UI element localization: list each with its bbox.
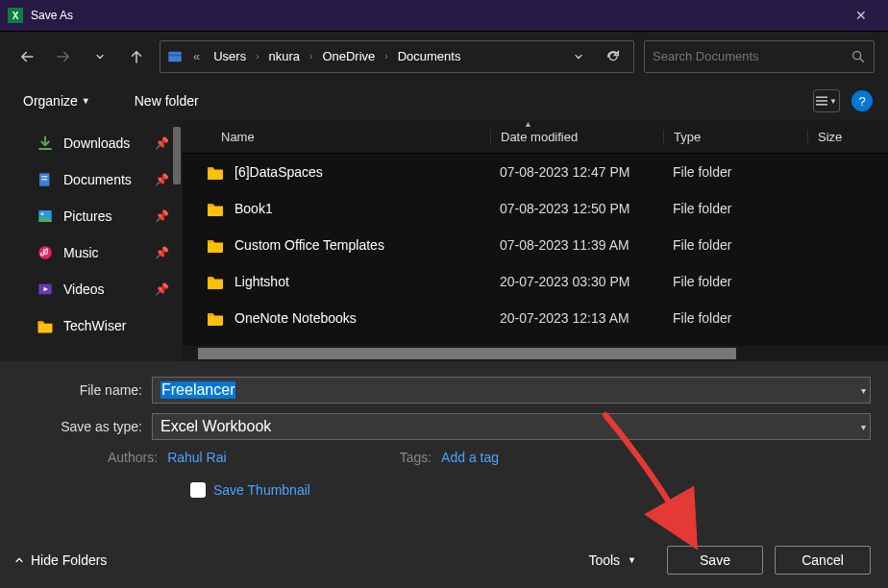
table-row[interactable]: Lightshot 20-07-2023 03:30 PM File folde… — [183, 263, 888, 300]
horizontal-scrollbar[interactable] — [183, 346, 888, 361]
caret-down-icon: ▼ — [82, 96, 90, 106]
recent-dropdown[interactable] — [86, 43, 113, 70]
save-type-label: Save as type: — [17, 419, 152, 434]
pin-icon: 📌 — [155, 136, 169, 150]
svg-point-2 — [853, 51, 861, 59]
authors-value[interactable]: Rahul Rai — [167, 450, 226, 465]
chevron-right-icon: › — [309, 51, 312, 61]
arrow-right-icon — [55, 48, 72, 65]
sidebar-item-documents[interactable]: Documents 📌 — [0, 161, 183, 198]
column-headers: ▲ Name Date modified Type Size — [183, 121, 888, 154]
chevron-up-icon — [13, 554, 25, 566]
file-name-input[interactable]: Freelancer ▾ — [152, 377, 871, 404]
scrollbar-thumb[interactable] — [198, 348, 736, 359]
svg-point-11 — [38, 246, 52, 259]
folder-icon — [206, 310, 225, 326]
sidebar-item-downloads[interactable]: Downloads 📌 — [0, 125, 183, 161]
search-box[interactable] — [644, 40, 875, 73]
title-bar: X Save As ✕ — [0, 0, 888, 31]
breadcrumb-item[interactable]: OneDrive — [318, 49, 379, 63]
folder-icon — [206, 274, 225, 289]
file-name-label: File name: — [17, 382, 152, 398]
pin-icon: 📌 — [155, 209, 169, 223]
pin-icon: 📌 — [155, 282, 169, 296]
hide-folders-button[interactable]: Hide Folders — [13, 552, 107, 568]
save-type-value: Excel Workbook — [160, 418, 271, 435]
save-thumbnail-checkbox[interactable] — [190, 482, 206, 498]
caret-down-icon: ▼ — [829, 97, 837, 106]
folder-icon — [166, 48, 184, 65]
dropdown-icon[interactable]: ▾ — [861, 385, 866, 396]
sidebar-scrollbar[interactable] — [173, 127, 181, 184]
svg-rect-1 — [168, 54, 182, 56]
tools-dropdown[interactable]: Tools ▼ — [588, 552, 636, 568]
file-rows: [6]DataSpaces 07-08-2023 12:47 PM File f… — [183, 154, 888, 346]
save-thumbnail-label: Save Thumbnail — [213, 482, 310, 498]
download-icon — [37, 135, 54, 152]
folder-icon — [206, 237, 225, 253]
save-panel: File name: Freelancer ▾ Save as type: Ex… — [0, 361, 888, 588]
tags-value[interactable]: Add a tag — [441, 450, 499, 465]
search-input[interactable] — [653, 49, 851, 63]
chevron-right-icon: › — [384, 51, 387, 61]
sidebar-item-techwiser[interactable]: TechWiser — [0, 307, 183, 344]
pin-icon: 📌 — [155, 173, 169, 186]
back-button[interactable] — [13, 43, 40, 70]
sidebar-item-music[interactable]: Music 📌 — [0, 234, 183, 271]
pictures-icon — [37, 208, 54, 225]
file-pane: ▲ Name Date modified Type Size [6]DataSp… — [183, 121, 888, 361]
refresh-icon — [605, 49, 621, 64]
authors-label: Authors: — [108, 450, 158, 465]
music-icon — [37, 244, 54, 261]
view-mode-button[interactable]: ▼ — [813, 89, 840, 112]
cancel-button[interactable]: Cancel — [775, 546, 871, 575]
folder-icon — [206, 201, 225, 216]
close-button[interactable]: ✕ — [842, 0, 880, 31]
videos-icon — [37, 281, 54, 298]
arrow-up-icon — [128, 48, 145, 65]
column-name[interactable]: Name — [183, 130, 490, 144]
breadcrumb-item[interactable]: nkura — [265, 49, 305, 63]
sidebar-item-videos[interactable]: Videos 📌 — [0, 271, 183, 307]
up-button[interactable] — [123, 43, 150, 70]
svg-rect-8 — [41, 179, 47, 180]
table-row[interactable]: Book1 07-08-2023 12:50 PM File folder — [183, 190, 888, 227]
table-row[interactable]: [6]DataSpaces 07-08-2023 12:47 PM File f… — [183, 154, 888, 190]
excel-icon: X — [8, 8, 23, 23]
column-date[interactable]: Date modified — [490, 130, 663, 144]
file-name-value: Freelancer — [160, 381, 235, 399]
save-thumbnail-row[interactable]: Save Thumbnail — [190, 482, 871, 498]
sidebar-label: Downloads — [63, 135, 130, 151]
new-folder-button[interactable]: New folder — [127, 89, 207, 112]
sidebar: Downloads 📌 Documents 📌 Pictures 📌 Music… — [0, 121, 183, 361]
search-icon — [851, 49, 866, 64]
document-icon — [37, 171, 54, 188]
svg-rect-0 — [168, 51, 182, 61]
save-button[interactable]: Save — [667, 546, 763, 575]
arrow-left-icon — [18, 48, 36, 65]
save-type-select[interactable]: Excel Workbook ▾ — [152, 413, 871, 440]
table-row[interactable]: Custom Office Templates 07-08-2023 11:39… — [183, 227, 888, 263]
table-row[interactable]: OneNote Notebooks 20-07-2023 12:13 AM Fi… — [183, 300, 888, 336]
chevron-right-icon: › — [256, 51, 259, 61]
sidebar-item-pictures[interactable]: Pictures 📌 — [0, 198, 183, 234]
column-type[interactable]: Type — [663, 130, 807, 144]
organize-button[interactable]: Organize ▼ — [15, 89, 98, 112]
chevron-down-icon — [573, 51, 584, 62]
caret-down-icon: ▼ — [628, 555, 636, 565]
address-dropdown[interactable] — [564, 51, 593, 62]
breadcrumb-item[interactable]: Users — [210, 49, 250, 63]
folder-icon — [37, 317, 54, 334]
help-button[interactable]: ? — [851, 90, 873, 111]
folder-icon — [206, 164, 225, 180]
breadcrumb-item[interactable]: Documents — [394, 49, 465, 63]
svg-point-10 — [41, 212, 44, 215]
refresh-button[interactable] — [599, 49, 628, 64]
column-size[interactable]: Size — [807, 130, 888, 144]
dropdown-icon[interactable]: ▾ — [861, 422, 866, 432]
svg-rect-3 — [816, 96, 827, 98]
forward-button[interactable] — [50, 43, 77, 70]
address-bar[interactable]: « Users › nkura › OneDrive › Documents — [160, 40, 634, 73]
tags-label: Tags: — [400, 450, 432, 465]
window-title: Save As — [31, 9, 842, 22]
